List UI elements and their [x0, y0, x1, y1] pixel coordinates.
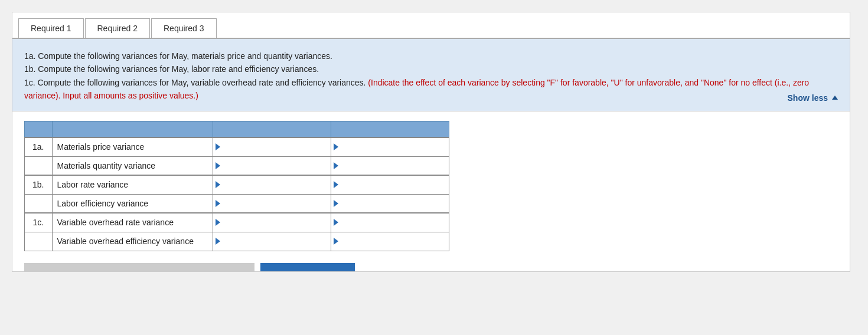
bottom-bar-gray	[24, 263, 254, 271]
amount-input[interactable]	[220, 195, 331, 213]
table-row: 1b.Labor rate variance	[25, 175, 449, 194]
input-arrow-icon	[334, 238, 338, 245]
instruction-line-3-black: 1c. Compute the following variances for …	[24, 78, 366, 87]
input-arrow-icon	[334, 143, 338, 150]
bottom-bar	[12, 263, 850, 271]
row-label: Variable overhead rate variance	[52, 213, 213, 232]
col-header-label	[52, 121, 213, 137]
effect-cell[interactable]	[331, 137, 449, 156]
col-header-amount	[213, 121, 331, 137]
row-label: Materials quantity variance	[52, 156, 213, 175]
main-container: Required 1 Required 2 Required 3 1a. Com…	[12, 12, 850, 272]
input-arrow-icon	[216, 143, 220, 150]
effect-cell[interactable]	[331, 213, 449, 232]
effect-input[interactable]	[338, 214, 449, 232]
amount-cell[interactable]	[213, 194, 331, 213]
row-number: 1c.	[25, 213, 53, 232]
input-arrow-icon	[216, 181, 220, 188]
input-arrow-icon	[216, 219, 220, 226]
row-number	[25, 232, 53, 251]
table-row: Labor efficiency variance	[25, 194, 449, 213]
effect-input[interactable]	[338, 232, 449, 251]
amount-input[interactable]	[220, 232, 331, 251]
effect-input[interactable]	[338, 195, 449, 213]
table-area: 1a.Materials price varianceMaterials qua…	[12, 111, 850, 263]
tab-required-1[interactable]: Required 1	[18, 18, 84, 38]
amount-cell[interactable]	[213, 232, 331, 251]
amount-input[interactable]	[220, 176, 331, 194]
arrow-up-icon	[832, 96, 838, 100]
amount-cell[interactable]	[213, 156, 331, 175]
tabs-row: Required 1 Required 2 Required 3	[12, 12, 850, 39]
effect-input[interactable]	[338, 138, 449, 156]
effect-cell[interactable]	[331, 156, 449, 175]
input-arrow-icon	[216, 200, 220, 207]
amount-input[interactable]	[220, 214, 331, 232]
row-number: 1a.	[25, 137, 53, 156]
row-label: Labor efficiency variance	[52, 194, 213, 213]
effect-input[interactable]	[338, 157, 449, 175]
show-less-button[interactable]: Show less	[788, 93, 838, 103]
tab-required-2[interactable]: Required 2	[85, 18, 151, 38]
row-label: Variable overhead efficiency variance	[52, 232, 213, 251]
tab-required-3[interactable]: Required 3	[151, 18, 217, 38]
variance-table: 1a.Materials price varianceMaterials qua…	[24, 121, 449, 251]
table-row: Variable overhead efficiency variance	[25, 232, 449, 251]
bottom-bar-blue	[260, 263, 355, 271]
input-arrow-icon	[216, 238, 220, 245]
table-row: 1a.Materials price variance	[25, 137, 449, 156]
row-number: 1b.	[25, 175, 53, 194]
effect-cell[interactable]	[331, 175, 449, 194]
instructions-panel: 1a. Compute the following variances for …	[12, 39, 850, 111]
instruction-line-1: 1a. Compute the following variances for …	[24, 50, 838, 63]
input-arrow-icon	[334, 219, 338, 226]
instruction-line-2: 1b. Compute the following variances for …	[24, 63, 838, 75]
effect-cell[interactable]	[331, 194, 449, 213]
table-row: 1c.Variable overhead rate variance	[25, 213, 449, 232]
row-label: Labor rate variance	[52, 175, 213, 194]
table-row: Materials quantity variance	[25, 156, 449, 175]
instruction-line-3: 1c. Compute the following variances for …	[24, 76, 838, 103]
input-arrow-icon	[334, 162, 338, 169]
input-arrow-icon	[334, 181, 338, 188]
input-arrow-icon	[334, 200, 338, 207]
amount-cell[interactable]	[213, 175, 331, 194]
col-header-effect	[331, 121, 449, 137]
row-number	[25, 194, 53, 213]
amount-input[interactable]	[220, 138, 331, 156]
amount-cell[interactable]	[213, 137, 331, 156]
effect-input[interactable]	[338, 176, 449, 194]
table-body: 1a.Materials price varianceMaterials qua…	[25, 137, 449, 251]
amount-cell[interactable]	[213, 213, 331, 232]
show-less-label: Show less	[788, 93, 828, 103]
input-arrow-icon	[216, 162, 220, 169]
col-header-num	[25, 121, 53, 137]
row-label: Materials price variance	[52, 137, 213, 156]
effect-cell[interactable]	[331, 232, 449, 251]
row-number	[25, 156, 53, 175]
table-header-row	[25, 121, 449, 137]
amount-input[interactable]	[220, 157, 331, 175]
